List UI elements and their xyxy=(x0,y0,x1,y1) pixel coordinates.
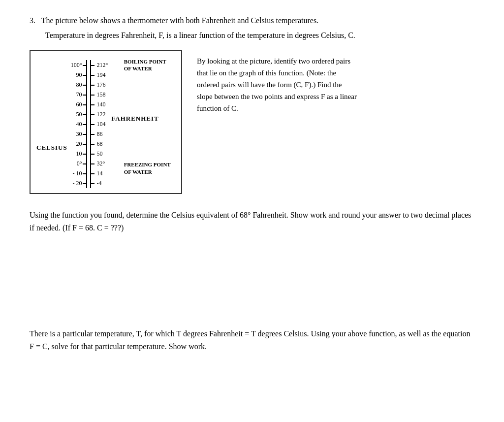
sub-question-2: Using the function you found, determine … xyxy=(30,209,474,234)
sub-question-3: There is a particular temperature, T, fo… xyxy=(30,327,474,353)
question-line2: Temperature in degrees Fahrenheit, F, is… xyxy=(45,31,355,39)
question-number: 3. xyxy=(30,16,35,25)
thermo-row: 50 122 xyxy=(70,109,109,119)
fahrenheit-label: FAHRENHEIT xyxy=(111,115,158,123)
question-3-block: 3. The picture below shows a thermometer… xyxy=(30,15,474,194)
thermo-row: 70 158 xyxy=(70,90,109,99)
thermo-row: 60 140 xyxy=(70,99,109,109)
celsius-label: CELSIUS xyxy=(36,144,67,152)
thermo-row: 0° 32° xyxy=(70,159,109,168)
thermo-row: 20 68 xyxy=(70,139,109,149)
question-line1: The picture below shows a thermometer wi… xyxy=(41,16,318,25)
thermo-row: 100° 212° xyxy=(70,60,109,70)
freezing-point-label: FREEZING POINT OF WATER xyxy=(124,161,171,175)
thermo-row: 80 176 xyxy=(70,80,109,90)
boiling-point-label: BOILING POINT OF WATER xyxy=(124,58,166,72)
thermo-row: 30 86 xyxy=(70,129,109,139)
thermo-row: - 20 -4 xyxy=(70,178,109,188)
description-box: By looking at the picture, identify two … xyxy=(197,50,474,114)
thermo-row: 10 50 xyxy=(70,149,109,159)
thermo-row: 40 104 xyxy=(70,119,109,129)
thermometer-table: 100° 212°90 19480 17670 15860 14050 1224… xyxy=(70,60,109,188)
content-area: CELSIUS BOILING POINT OF WATER 100° 212°… xyxy=(30,50,474,194)
thermo-row: 90 194 xyxy=(70,70,109,80)
question-text: 3. The picture below shows a thermometer… xyxy=(30,15,474,41)
thermo-row: - 10 14 xyxy=(70,168,109,178)
